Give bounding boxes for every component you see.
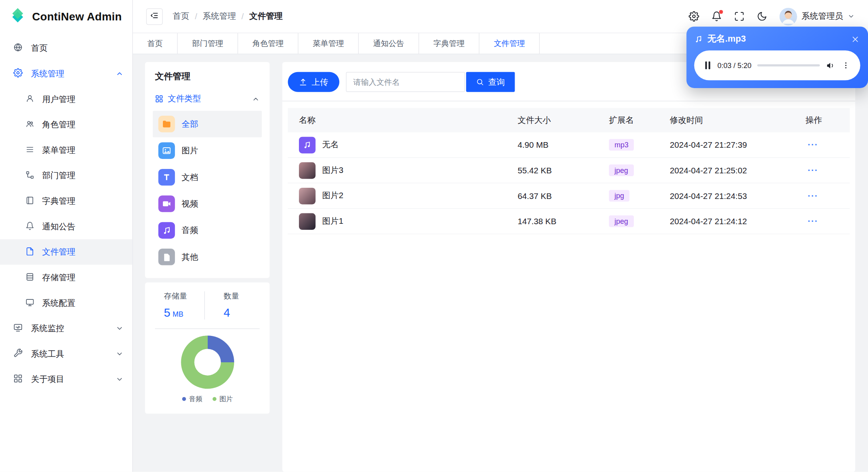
sidebar-item-about-project[interactable]: 关于项目 [0,367,132,392]
panel-title: 文件管理 [155,71,262,82]
tab-notice[interactable]: 通知公告 [359,33,419,54]
sidebar-item-department-management[interactable]: 部门管理 [0,163,132,189]
file-type-panel: 文件管理 文件类型 全部 图片 [145,62,269,472]
count-stat: 数量 4 [204,291,264,320]
breadcrumb-home[interactable]: 首页 [173,11,189,22]
file-name[interactable]: 无名 [322,140,339,150]
col-size: 文件大小 [517,115,609,125]
sidebar-item-role-management[interactable]: 角色管理 [0,112,132,137]
col-actions: 操作 [806,115,850,125]
table-row[interactable]: 图片3 55.42 KB jpeg 2024-04-27 21:25:02 ··… [288,158,850,183]
sidebar-item-label: 用户管理 [42,94,75,104]
file-type-group[interactable]: 文件类型 [153,90,262,107]
query-button[interactable]: 查询 [466,72,515,92]
progress-slider[interactable] [758,64,820,66]
file-time: 2024-04-27 21:24:12 [670,217,806,226]
file-type-document[interactable]: 文档 [153,164,262,190]
sidebar-item-user-management[interactable]: 用户管理 [0,86,132,112]
sidebar-item-file-management[interactable]: 文件管理 [0,239,132,265]
donut-hole [194,349,221,375]
logo-icon [9,7,26,27]
file-icon [26,247,34,257]
table-row[interactable]: 图片2 64.37 KB jpg 2024-04-27 21:24:53 ··· [288,183,850,209]
sidebar-item-menu-management[interactable]: 菜单管理 [0,137,132,163]
table-header-row: 名称 文件大小 扩展名 修改时间 操作 [288,108,850,133]
sidebar-item-label: 角色管理 [42,119,75,130]
sidebar-item-home[interactable]: 首页 [0,36,132,61]
file-type-audio[interactable]: 音频 [153,217,262,243]
close-icon[interactable] [850,34,860,44]
file-type-all[interactable]: 全部 [153,111,262,137]
file-name[interactable]: 图片2 [322,191,343,201]
volume-icon[interactable] [826,60,836,70]
audio-file-icon [299,137,315,153]
sidebar-item-system-management[interactable]: 系统管理 [0,61,132,86]
sidebar-item-notices[interactable]: 通知公告 [0,214,132,239]
legend-image[interactable]: 图片 [212,394,233,404]
tab-menu[interactable]: 菜单管理 [299,33,359,54]
tab-dictionary[interactable]: 字典管理 [419,33,479,54]
table-row[interactable]: 图片1 147.38 KB jpeg 2024-04-27 21:24:12 ·… [288,209,850,235]
sidebar-item-system-monitor[interactable]: 系统监控 [0,315,132,341]
sidebar-item-storage-management[interactable]: 存储管理 [0,265,132,290]
image-thumbnail [299,213,315,229]
dark-mode-moon-icon[interactable] [757,11,767,22]
file-name[interactable]: 图片1 [322,216,343,226]
ext-badge: jpeg [609,165,634,176]
col-ext: 扩展名 [609,115,670,125]
sidebar-submenu: 用户管理 角色管理 菜单管理 部门管理 字典管理 [0,86,132,316]
file-table: 名称 文件大小 扩展名 修改时间 操作 无名 4.90 MB mp3 202 [288,108,850,234]
menu-list-icon [26,145,34,155]
app-window: ContiNew Admin 首页 系统管理 用户管理 角色管理 [0,0,868,472]
settings-icon[interactable] [689,11,699,22]
folder-icon [158,116,175,132]
file-time: 2024-04-27 21:25:02 [670,166,806,175]
divider [155,328,259,329]
sidebar-item-label: 系统配置 [42,298,75,308]
sidebar-collapse-button[interactable] [146,8,162,24]
more-options-icon[interactable] [842,61,850,70]
org-tree-icon [26,170,34,181]
chevron-down-icon [116,325,123,332]
donut-legend: 音频 图片 [150,394,264,406]
tab-file-management[interactable]: 文件管理 [479,33,540,54]
sidebar-item-system-config[interactable]: 系统配置 [0,290,132,316]
row-actions-button[interactable]: ··· [806,165,820,175]
sidebar: ContiNew Admin 首页 系统管理 用户管理 角色管理 [0,0,133,472]
apps-grid-icon [155,95,163,103]
notification-bell-icon[interactable] [712,11,722,22]
book-icon [26,196,34,206]
file-type-image[interactable]: 图片 [153,137,262,164]
storage-donut [181,335,234,389]
user-menu[interactable]: 系统管理员 [780,8,855,25]
file-time: 2024-04-27 21:24:53 [670,191,806,201]
sidebar-item-system-tools[interactable]: 系统工具 [0,341,132,367]
storage-unit: MB [172,310,183,319]
file-type-video[interactable]: 视频 [153,191,262,217]
sidebar-item-label: 首页 [31,43,47,53]
grid-icon [13,374,23,385]
legend-audio[interactable]: 音频 [182,394,202,404]
table-row[interactable]: 无名 4.90 MB mp3 2024-04-27 21:27:39 ··· [288,133,850,158]
filename-search-input[interactable] [346,72,465,92]
sidebar-item-dictionary-management[interactable]: 字典管理 [0,188,132,214]
tab-department[interactable]: 部门管理 [178,33,238,54]
tab-home[interactable]: 首页 [133,33,178,54]
row-actions-button[interactable]: ··· [806,216,820,226]
avatar[interactable] [780,8,797,25]
tab-role[interactable]: 角色管理 [238,33,299,54]
bell-icon [26,221,34,232]
file-type-other[interactable]: 其他 [153,244,262,270]
player-time: 0:03 / 5:20 [718,61,752,70]
fullscreen-icon[interactable] [734,11,744,22]
row-actions-button[interactable]: ··· [806,140,820,150]
upload-button[interactable]: 上传 [288,72,339,92]
sidebar-item-label: 系统监控 [31,323,64,333]
row-actions-button[interactable]: ··· [806,191,820,201]
logo[interactable]: ContiNew Admin [0,0,132,33]
breadcrumb-system-management[interactable]: 系统管理 [203,11,236,22]
pause-button[interactable] [704,60,712,70]
chevron-down-icon [116,376,123,383]
monitor-pulse-icon [13,323,23,334]
file-name[interactable]: 图片3 [322,165,343,175]
